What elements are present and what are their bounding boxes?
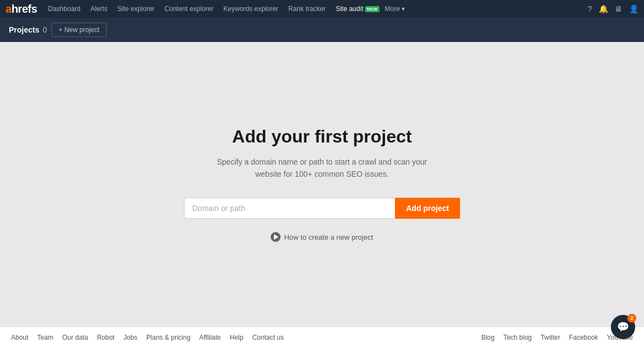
- footer-contact[interactable]: Contact us: [252, 334, 284, 341]
- nav-dashboard[interactable]: Dashboard: [44, 0, 85, 18]
- footer-jobs[interactable]: Jobs: [123, 334, 137, 341]
- nav-site-audit[interactable]: Site audit NEW: [331, 0, 384, 18]
- footer-our-data[interactable]: Our data: [62, 334, 88, 341]
- footer: About Team Our data Robot Jobs Plans & p…: [0, 326, 644, 348]
- new-badge: NEW: [365, 6, 379, 12]
- footer-robot[interactable]: Robot: [97, 334, 114, 341]
- help-icon[interactable]: ?: [588, 4, 592, 13]
- screen-icon[interactable]: 🖥: [615, 4, 622, 13]
- nav-content-explorer[interactable]: Content explorer: [160, 0, 218, 18]
- how-to-link[interactable]: How to create a new project: [271, 232, 373, 242]
- footer-team[interactable]: Team: [37, 334, 53, 341]
- play-icon: [271, 232, 281, 242]
- footer-tech-blog[interactable]: Tech blog: [503, 334, 531, 341]
- bell-icon[interactable]: 🔔: [599, 4, 608, 13]
- add-project-button[interactable]: Add project: [395, 198, 460, 219]
- nav-alerts[interactable]: Alerts: [86, 0, 112, 18]
- subbar: Projects 0 + New project: [0, 18, 644, 42]
- chat-icon: 💬: [617, 321, 629, 333]
- nav-site-explorer[interactable]: Site explorer: [113, 0, 159, 18]
- nav-keywords-explorer[interactable]: Keywords explorer: [219, 0, 283, 18]
- footer-blog[interactable]: Blog: [481, 334, 494, 341]
- footer-affiliate[interactable]: Affiliate: [199, 334, 221, 341]
- footer-right-links: Blog Tech blog Twitter Facebook YouTube: [481, 334, 633, 341]
- new-project-button[interactable]: + New project: [51, 23, 107, 37]
- footer-about[interactable]: About: [11, 334, 28, 341]
- main-subtext: Specify a domain name or path to start a…: [217, 156, 427, 181]
- nav-more-dropdown[interactable]: More ▾: [385, 5, 405, 13]
- domain-input[interactable]: [184, 198, 395, 219]
- chat-bubble[interactable]: 💬 2: [611, 315, 635, 339]
- top-nav: ahrefs Dashboard Alerts Site explorer Co…: [0, 0, 644, 18]
- main-content: Add your first project Specify a domain …: [0, 42, 644, 326]
- footer-plans-pricing[interactable]: Plans & pricing: [146, 334, 191, 341]
- search-container: Add project: [184, 198, 460, 219]
- projects-count: 0: [43, 25, 47, 34]
- footer-help[interactable]: Help: [230, 334, 244, 341]
- nav-right-icons: ? 🔔 🖥 👤: [588, 4, 638, 13]
- chat-badge: 2: [627, 314, 636, 323]
- footer-facebook[interactable]: Facebook: [569, 334, 598, 341]
- nav-rank-tracker[interactable]: Rank tracker: [284, 0, 330, 18]
- main-heading: Add your first project: [232, 126, 411, 147]
- footer-left-links: About Team Our data Robot Jobs Plans & p…: [11, 334, 284, 341]
- projects-title: Projects 0: [9, 25, 47, 34]
- logo[interactable]: ahrefs: [6, 3, 37, 15]
- user-icon[interactable]: 👤: [629, 4, 638, 13]
- footer-twitter[interactable]: Twitter: [541, 334, 560, 341]
- chevron-down-icon: ▾: [402, 5, 405, 13]
